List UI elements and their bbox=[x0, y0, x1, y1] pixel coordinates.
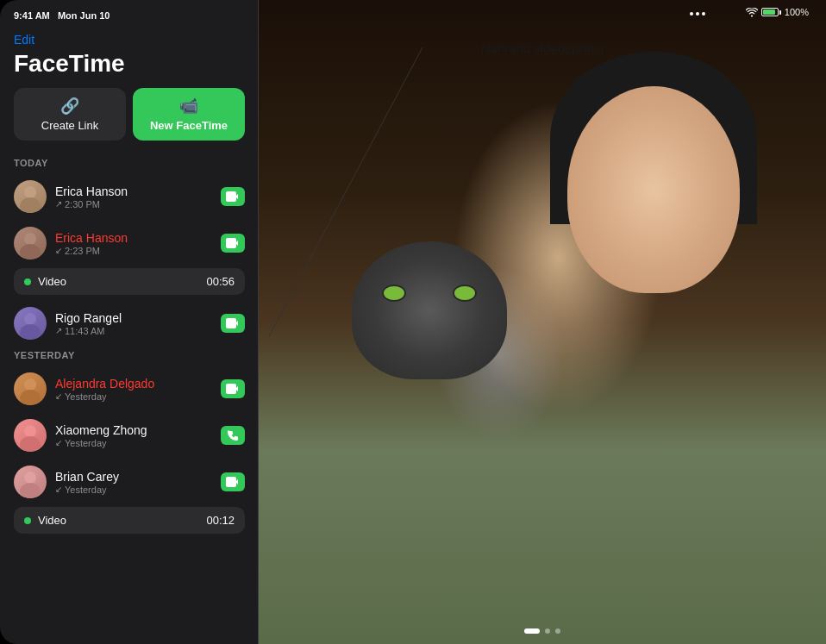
contact-row-erica-1[interactable]: Erica Hanson ↗ 2:30 PM bbox=[0, 173, 259, 220]
contact-name-rigo: Rigo Rangel bbox=[55, 311, 212, 325]
video-label-2: Video bbox=[38, 514, 199, 527]
avatar-erica-2 bbox=[14, 227, 47, 259]
svg-point-1 bbox=[24, 186, 36, 198]
background-photo bbox=[231, 0, 826, 644]
contact-name-alejandra: Alejandra Delgado bbox=[55, 377, 212, 391]
contact-info-rigo: Rigo Rangel ↗ 11:43 AM bbox=[55, 311, 212, 336]
avatar-xiaomeng bbox=[14, 419, 47, 452]
contact-time-xiaomeng: ↙ Yesterday bbox=[55, 438, 212, 448]
video-bar-2[interactable]: Video 00:12 bbox=[14, 507, 245, 534]
arrow-alejandra: ↙ bbox=[55, 391, 62, 401]
status-bar-right: 100% bbox=[746, 7, 809, 17]
cat-eyes bbox=[382, 284, 477, 302]
section-yesterday: YESTERDAY bbox=[0, 347, 259, 366]
contact-row-rigo[interactable]: Rigo Rangel ↗ 11:43 AM bbox=[0, 300, 259, 347]
svg-point-2 bbox=[20, 197, 41, 213]
page-indicator bbox=[259, 628, 826, 634]
sidebar: 9:41 AM Mon Jun 10 Edit FaceTime 🔗 Creat… bbox=[0, 0, 259, 644]
contact-row-erica-2[interactable]: Erica Hanson ↙ 2:23 PM bbox=[0, 220, 259, 266]
page-dot-2 bbox=[545, 628, 550, 634]
battery-icon bbox=[761, 8, 781, 16]
video-label-1: Video bbox=[38, 275, 199, 288]
svg-point-6 bbox=[20, 324, 41, 340]
outgoing-arrow-rigo: ↗ bbox=[55, 326, 62, 335]
facetime-call-icon-brian[interactable] bbox=[221, 472, 245, 491]
create-link-button[interactable]: 🔗 Create Link bbox=[14, 88, 126, 141]
contact-info-erica-2: Erica Hanson ↙ 2:23 PM bbox=[55, 231, 212, 256]
sidebar-divider bbox=[258, 0, 259, 644]
facetime-call-icon-rigo[interactable] bbox=[221, 314, 245, 333]
cat-eye-left bbox=[382, 284, 406, 302]
avatar-rigo bbox=[14, 307, 47, 340]
cat-face bbox=[352, 241, 507, 379]
status-time: 9:41 AM Mon Jun 10 bbox=[14, 10, 110, 21]
buttons-row: 🔗 Create Link 📹 New FaceTime bbox=[0, 88, 259, 141]
facetime-call-icon-alejandra[interactable] bbox=[221, 379, 245, 398]
photo-content bbox=[231, 0, 826, 644]
dot-2 bbox=[696, 12, 699, 16]
wifi-icon bbox=[746, 8, 758, 17]
contact-row-alejandra[interactable]: Alejandra Delgado ↙ Yesterday bbox=[0, 366, 259, 412]
edit-button[interactable]: Edit bbox=[14, 31, 34, 48]
avatar-erica-1 bbox=[14, 180, 47, 213]
contact-info-brian: Brian Carey ↙ Yesterday bbox=[55, 470, 212, 495]
video-camera-icon: 📹 bbox=[179, 97, 198, 116]
dot-3 bbox=[702, 12, 705, 16]
video-time-1: 00:56 bbox=[206, 275, 235, 288]
contact-name-xiaomeng: Xiaomeng Zhong bbox=[55, 423, 212, 437]
svg-point-5 bbox=[24, 313, 36, 325]
facetime-call-icon-2[interactable] bbox=[221, 234, 245, 253]
contact-time-rigo: ↗ 11:43 AM bbox=[55, 326, 212, 336]
contact-name-brian: Brian Carey bbox=[55, 470, 212, 484]
create-link-label: Create Link bbox=[41, 119, 98, 132]
svg-point-7 bbox=[24, 378, 36, 391]
outgoing-arrow-1: ↗ bbox=[55, 199, 62, 209]
svg-point-12 bbox=[20, 483, 41, 498]
new-facetime-label: New FaceTime bbox=[150, 119, 228, 132]
sidebar-header: Edit FaceTime bbox=[0, 28, 259, 78]
page-dot-1 bbox=[524, 628, 540, 634]
svg-point-8 bbox=[20, 390, 41, 405]
phone-call-icon-xiaomeng[interactable] bbox=[221, 426, 245, 445]
new-facetime-button[interactable]: 📹 New FaceTime bbox=[133, 88, 245, 141]
contact-list: TODAY Erica Hanson ↗ 2:30 PM bbox=[0, 154, 259, 600]
contact-name-erica-1: Erica Hanson bbox=[55, 184, 212, 198]
page-dot-3 bbox=[555, 628, 560, 634]
contact-row-xiaomeng[interactable]: Xiaomeng Zhong ↙ Yesterday bbox=[0, 412, 259, 459]
video-time-2: 00:12 bbox=[206, 514, 235, 527]
status-date-text: Mon Jun 10 bbox=[58, 10, 110, 21]
link-icon: 🔗 bbox=[60, 97, 79, 116]
cat-eye-right bbox=[453, 284, 477, 302]
contact-time-brian: ↙ Yesterday bbox=[55, 485, 212, 495]
svg-point-10 bbox=[20, 436, 41, 452]
contact-time-alejandra: ↙ Yesterday bbox=[55, 391, 212, 402]
svg-point-3 bbox=[24, 233, 36, 245]
avatar-alejandra bbox=[14, 372, 47, 405]
woman-face bbox=[567, 86, 740, 293]
video-dot-1 bbox=[24, 278, 31, 285]
arrow-brian: ↙ bbox=[55, 485, 62, 494]
dot-1 bbox=[690, 12, 693, 16]
avatar-brian bbox=[14, 466, 47, 498]
section-today: TODAY bbox=[0, 154, 259, 173]
video-bar-1[interactable]: Video 00:56 bbox=[14, 268, 245, 295]
contact-time-erica-1: ↗ 2:30 PM bbox=[55, 199, 212, 209]
status-time-text: 9:41 AM bbox=[14, 10, 50, 21]
contact-row-brian[interactable]: Brian Carey ↙ Yesterday bbox=[0, 459, 259, 505]
video-dot-2 bbox=[24, 517, 31, 524]
outgoing-arrow-2: ↙ bbox=[55, 246, 62, 255]
arrow-xiaomeng: ↙ bbox=[55, 438, 62, 447]
contact-info-erica-1: Erica Hanson ↗ 2:30 PM bbox=[55, 184, 212, 209]
svg-point-11 bbox=[24, 472, 36, 484]
three-dots-menu[interactable] bbox=[690, 12, 705, 16]
svg-point-4 bbox=[20, 244, 41, 259]
svg-point-9 bbox=[24, 425, 36, 437]
contact-info-alejandra: Alejandra Delgado ↙ Yesterday bbox=[55, 377, 212, 402]
facetime-call-icon-1[interactable] bbox=[221, 187, 245, 206]
contact-name-erica-2: Erica Hanson bbox=[55, 231, 212, 245]
battery-percent: 100% bbox=[785, 7, 809, 17]
contact-time-erica-2: ↙ 2:23 PM bbox=[55, 246, 212, 256]
status-bar: 9:41 AM Mon Jun 10 bbox=[0, 0, 259, 28]
app-title: FaceTime bbox=[14, 50, 245, 78]
contact-info-xiaomeng: Xiaomeng Zhong ↙ Yesterday bbox=[55, 423, 212, 448]
